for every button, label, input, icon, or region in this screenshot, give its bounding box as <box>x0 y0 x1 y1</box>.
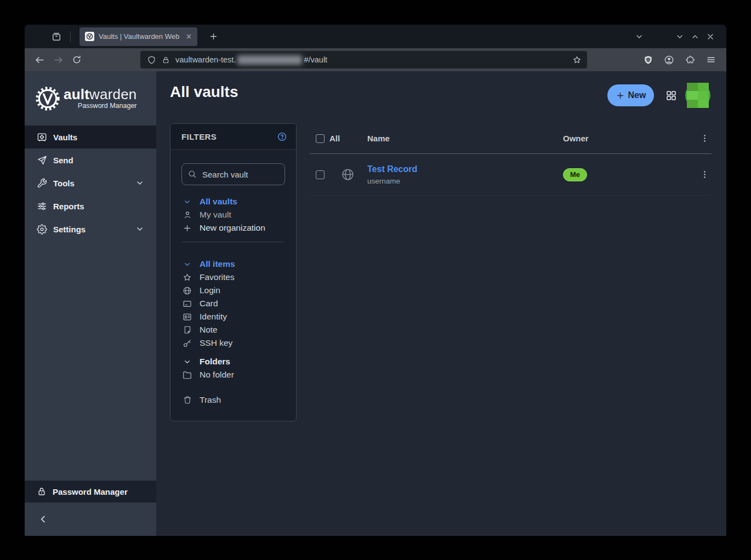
folder-icon <box>181 370 193 380</box>
account-icon[interactable] <box>660 51 678 68</box>
sidebar-item-send[interactable]: Send <box>25 148 156 172</box>
url-redacted-segment <box>237 55 302 65</box>
extensions-puzzle-icon[interactable] <box>681 51 699 68</box>
filters-panel: FILTERS All vaults <box>170 123 297 421</box>
back-button[interactable] <box>30 51 49 68</box>
kebab-menu-icon <box>700 134 709 143</box>
tab-title: Vaults | Vaultwarden Web <box>99 32 181 41</box>
list-tabs-icon[interactable] <box>631 29 647 44</box>
lock-icon <box>37 487 47 496</box>
trash-icon <box>181 396 193 404</box>
chevron-down-icon[interactable] <box>181 358 193 366</box>
vault-icon <box>37 132 47 142</box>
item-username: username <box>367 177 563 185</box>
firefox-view-icon[interactable] <box>47 28 66 45</box>
sidebar-item-settings[interactable]: Settings <box>25 218 156 241</box>
apps-grid-icon[interactable] <box>662 87 680 104</box>
sidebar-item-label: Reports <box>53 202 84 211</box>
password-manager-label: Password Manager <box>53 487 128 496</box>
sliders-icon <box>37 201 47 212</box>
filter-my-vault[interactable]: My vault <box>181 208 285 221</box>
sidebar: aultwarden Password Manager Vaults Send <box>25 71 156 536</box>
chevron-down-icon <box>135 225 144 233</box>
table-row[interactable]: Test Record username Me <box>310 154 712 196</box>
row-options-button[interactable] <box>697 170 712 179</box>
table-header: All Name Owner <box>310 123 712 154</box>
filter-note[interactable]: Note <box>181 323 285 336</box>
brand-subtitle: Password Manager <box>64 102 137 110</box>
forward-button[interactable] <box>49 51 67 68</box>
column-header-name[interactable]: Name <box>367 134 563 143</box>
filter-login[interactable]: Login <box>181 284 285 297</box>
sidebar-item-label: Vaults <box>53 133 77 142</box>
bookmark-star-icon[interactable] <box>572 55 582 65</box>
key-icon <box>181 339 193 348</box>
gear-v-logo-icon <box>35 86 60 111</box>
sidebar-item-tools[interactable]: Tools <box>25 172 156 195</box>
sidebar-item-vaults[interactable]: Vaults <box>25 125 156 148</box>
chevron-down-icon[interactable] <box>181 198 193 206</box>
filter-favorites[interactable]: Favorites <box>181 271 285 284</box>
globe-icon <box>181 286 193 295</box>
filter-identity[interactable]: Identity <box>181 310 285 323</box>
vaultwarden-logo: aultwarden Password Manager <box>25 71 156 125</box>
filters-title: FILTERS <box>181 132 217 141</box>
gear-icon <box>37 224 47 235</box>
sidebar-item-reports[interactable]: Reports <box>25 195 156 218</box>
lock-icon[interactable] <box>162 56 170 64</box>
filters-header: FILTERS <box>170 124 296 150</box>
filter-card[interactable]: Card <box>181 297 285 310</box>
tracking-shield-icon[interactable] <box>147 55 156 65</box>
filter-no-folder[interactable]: No folder <box>181 368 285 381</box>
select-all-label: All <box>329 134 340 143</box>
person-icon <box>181 210 193 219</box>
browser-tab[interactable]: Vaults | Vaultwarden Web <box>79 27 197 46</box>
filter-trash[interactable]: Trash <box>181 393 285 407</box>
globe-icon <box>341 168 355 181</box>
column-header-owner[interactable]: Owner <box>563 134 697 143</box>
filter-all-vaults[interactable]: All vaults <box>181 195 285 208</box>
credit-card-icon <box>181 299 193 308</box>
wrench-icon <box>37 178 47 188</box>
sidebar-item-password-manager[interactable]: Password Manager <box>25 481 156 502</box>
main-content: All vaults New FILTERS <box>156 71 726 536</box>
sidebar-collapse-row <box>25 502 156 536</box>
url-bar[interactable]: vaultwarden-test.#/vault <box>140 51 587 68</box>
chevron-down-icon <box>135 179 144 187</box>
sidebar-item-label: Send <box>53 156 73 165</box>
close-window-icon[interactable] <box>703 29 718 44</box>
minimize-icon[interactable] <box>672 29 687 44</box>
new-item-button[interactable]: New <box>607 84 654 106</box>
reload-button[interactable] <box>67 51 86 68</box>
collapse-sidebar-icon[interactable] <box>38 514 48 524</box>
note-icon <box>181 325 193 334</box>
table-options-button[interactable] <box>697 134 712 143</box>
owner-badge[interactable]: Me <box>563 168 587 181</box>
row-checkbox[interactable] <box>316 170 325 179</box>
window-controls <box>631 29 726 44</box>
sidebar-item-label: Settings <box>53 225 86 234</box>
filter-folders[interactable]: Folders <box>181 355 285 368</box>
ublock-shield-icon[interactable] <box>639 51 657 68</box>
chevron-down-icon[interactable] <box>181 260 193 268</box>
menu-hamburger-icon[interactable] <box>702 51 720 68</box>
tab-separator <box>70 31 71 42</box>
star-icon <box>181 273 193 282</box>
search-vault-input[interactable] <box>181 163 285 185</box>
filter-ssh-key[interactable]: SSH key <box>181 336 285 350</box>
filters-divider <box>183 242 284 242</box>
maximize-icon[interactable] <box>687 29 703 44</box>
new-tab-button[interactable] <box>206 28 221 44</box>
vault-items-table: All Name Owner T <box>310 123 712 196</box>
account-avatar[interactable] <box>685 83 710 108</box>
tab-close-icon[interactable] <box>185 33 192 40</box>
navigation-toolbar: vaultwarden-test.#/vault <box>25 48 726 71</box>
select-all-checkbox[interactable] <box>316 134 325 143</box>
filter-all-items[interactable]: All items <box>181 258 285 271</box>
filter-new-organization[interactable]: New organization <box>181 221 285 235</box>
help-icon[interactable] <box>277 132 287 142</box>
id-card-icon <box>181 312 193 322</box>
kebab-menu-icon <box>700 170 709 179</box>
item-name-link[interactable]: Test Record <box>367 164 563 174</box>
brand-name: aultwarden <box>64 87 137 101</box>
